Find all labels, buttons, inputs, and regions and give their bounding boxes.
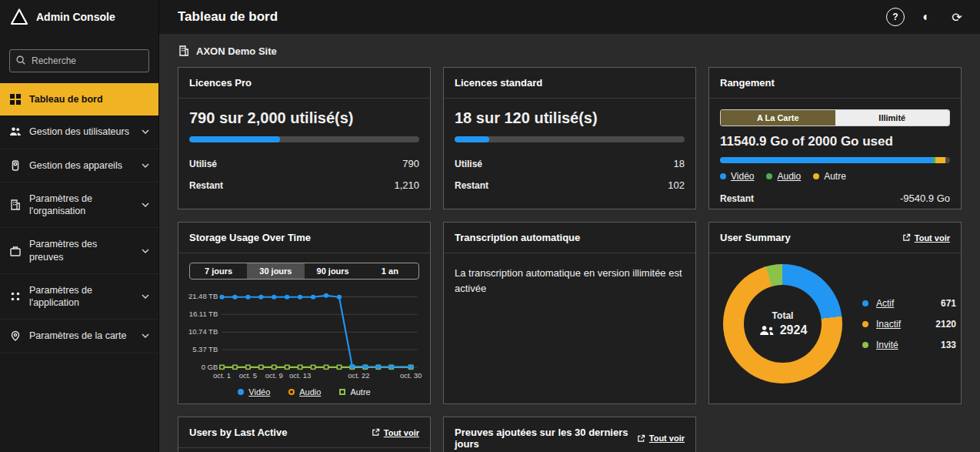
user-summary-body: Total 2924 Actif 671 <box>709 253 961 394</box>
sidebar-item-org-settings[interactable]: Paramètres de l'organisation <box>0 182 158 229</box>
legend-actif-row: Actif 671 <box>862 298 956 309</box>
user-summary-view-all[interactable]: Tout voir <box>902 233 950 243</box>
chevron-down-icon <box>142 203 149 207</box>
contrast-toggle-icon[interactable]: ◐ <box>917 8 935 26</box>
remaining-label: Restant <box>455 180 488 191</box>
legend-invite-row: Invité 133 <box>862 340 956 350</box>
donut-total-value: 2924 <box>780 323 808 337</box>
sidebar-item-device-management[interactable]: Gestion des appareils <box>0 149 158 182</box>
storage-legend: Vidéo Audio Autre <box>720 171 950 182</box>
external-link-icon <box>372 428 380 437</box>
user-summary-card: User Summary Tout voir Total <box>708 222 962 404</box>
licences-standard-card: Licences standard 18 sur 120 utilisé(s) … <box>443 67 696 209</box>
external-link-icon <box>902 233 911 242</box>
view-all-label: Tout voir <box>384 428 419 437</box>
range-1-an[interactable]: 1 an <box>362 263 418 279</box>
application-icon <box>9 290 22 303</box>
sidebar-item-dashboard[interactable]: Tableau de bord <box>0 83 158 116</box>
users-last-active-title: Users by Last Active <box>189 427 287 438</box>
storage-over-time-card: Storage Usage Over Time 7 jours 30 jours… <box>178 222 431 404</box>
legend-audio-label[interactable]: Audio <box>777 171 801 182</box>
legend-video: Vidéo <box>720 171 754 182</box>
evidence-added-card: Preuves ajoutées sur les 30 derniers jou… <box>443 417 696 452</box>
licences-standard-used-row: Utilisé 18 <box>455 158 685 169</box>
sidebar: Admin Console Tableau de bord Gestion de… <box>0 0 159 452</box>
users-last-active-header: Users by Last Active Tout voir <box>178 417 430 448</box>
range-90-jours[interactable]: 90 jours <box>305 263 362 279</box>
legend-video-label[interactable]: Vidéo <box>731 171 754 182</box>
people-icon <box>758 325 775 336</box>
users-icon <box>9 126 22 138</box>
sidebar-nav: Tableau de bord Gestion des utilisateurs… <box>0 83 158 353</box>
storage-bar-autre <box>935 157 945 163</box>
storage-remaining-row: Restant -9540.9 Go <box>720 193 950 204</box>
toggle-a-la-carte[interactable]: A La Carte <box>721 110 835 126</box>
sidebar-item-label: Gestion des utilisateurs <box>29 126 134 138</box>
search-input[interactable] <box>9 49 149 72</box>
sidebar-item-map-settings[interactable]: Paramètres de la carte <box>0 320 158 353</box>
chart-legend-autre-label[interactable]: Autre <box>350 387 370 397</box>
inactif-label[interactable]: Inactif <box>876 319 918 330</box>
svg-text:oct. 30: oct. 30 <box>400 372 422 380</box>
sidebar-item-label: Paramètres de l'application <box>29 284 134 310</box>
page-title: Tableau de bord <box>178 9 886 25</box>
licences-standard-header: Licences standard <box>444 68 695 99</box>
storage-card: Rangement A La Carte Illimité 11540.9 Go… <box>708 67 962 209</box>
toggle-illimite[interactable]: Illimité <box>835 110 950 126</box>
chevron-down-icon <box>142 249 149 253</box>
sidebar-item-user-management[interactable]: Gestion des utilisateurs <box>0 116 158 149</box>
used-value: 18 <box>674 158 685 169</box>
evidence-added-header: Preuves ajoutées sur les 30 derniers jou… <box>444 417 695 452</box>
chart-legend-audio-label[interactable]: Audio <box>299 387 321 397</box>
users-last-active-view-all[interactable]: Tout voir <box>372 428 419 437</box>
range-30-jours[interactable]: 30 jours <box>247 263 304 279</box>
storage-body: A La Carte Illimité 11540.9 Go of 2000 G… <box>709 99 961 209</box>
actif-label[interactable]: Actif <box>876 298 918 309</box>
remaining-value: 1,210 <box>394 179 419 191</box>
evidence-added-view-all[interactable]: Tout voir <box>637 434 685 443</box>
invite-label[interactable]: Invité <box>876 340 918 350</box>
sidebar-item-evidence-settings[interactable]: Paramètres des preuves <box>0 228 158 274</box>
storage-header: Rangement <box>709 68 961 99</box>
transcription-card: Transcription automatique La transcripti… <box>443 222 696 404</box>
transcription-body: La transcription automatique en version … <box>444 253 695 308</box>
svg-text:10.74 TB: 10.74 TB <box>188 328 218 336</box>
main-area: Tableau de bord ? ◐ ⟳ AXON Demo Site Lic… <box>159 0 980 452</box>
view-all-label: Tout voir <box>649 434 685 443</box>
logo-row: Admin Console <box>0 0 158 34</box>
svg-text:5.37 TB: 5.37 TB <box>192 346 218 353</box>
chevron-down-icon <box>142 333 149 338</box>
device-icon <box>9 159 22 172</box>
inactif-value: 2120 <box>924 319 956 330</box>
legend-autre-label[interactable]: Autre <box>824 171 846 182</box>
storage-bar-video <box>720 157 933 163</box>
user-summary-donut-wrap: Total 2924 <box>723 264 842 383</box>
donut-center: Total 2924 <box>744 285 822 363</box>
help-icon[interactable]: ? <box>886 8 905 26</box>
storage-plan-toggle: A La Carte Illimité <box>720 109 950 126</box>
actif-value: 671 <box>924 298 956 309</box>
licences-pro-headline: 790 sur 2,000 utilisé(s) <box>189 109 419 127</box>
sidebar-item-app-settings[interactable]: Paramètres de l'application <box>0 274 158 320</box>
sidebar-title: Admin Console <box>36 11 115 23</box>
storage-title: Rangement <box>720 77 775 89</box>
sidebar-search <box>9 49 149 72</box>
sidebar-item-label: Paramètres des preuves <box>29 238 134 263</box>
range-7-jours[interactable]: 7 jours <box>190 263 247 279</box>
chart-legend-audio: Audio <box>288 387 321 397</box>
licences-pro-title: Licences Pro <box>189 77 252 89</box>
sidebar-item-label: Gestion des appareils <box>29 159 134 172</box>
storage-usage-bar <box>720 157 950 163</box>
evidence-icon <box>9 245 22 257</box>
remaining-label: Restant <box>189 180 223 191</box>
legend-audio: Audio <box>766 171 801 182</box>
sidebar-item-label: Tableau de bord <box>29 93 149 105</box>
svg-text:21.48 TB: 21.48 TB <box>188 293 218 301</box>
svg-text:oct. 13: oct. 13 <box>289 372 311 380</box>
axon-logo-icon <box>10 8 28 26</box>
storage-over-time-title: Storage Usage Over Time <box>189 232 311 243</box>
svg-text:oct. 9: oct. 9 <box>265 372 283 380</box>
header-icons: ? ◐ ⟳ <box>886 8 966 26</box>
refresh-icon[interactable]: ⟳ <box>948 8 966 26</box>
chart-legend-video-label[interactable]: Vidéo <box>248 387 270 397</box>
